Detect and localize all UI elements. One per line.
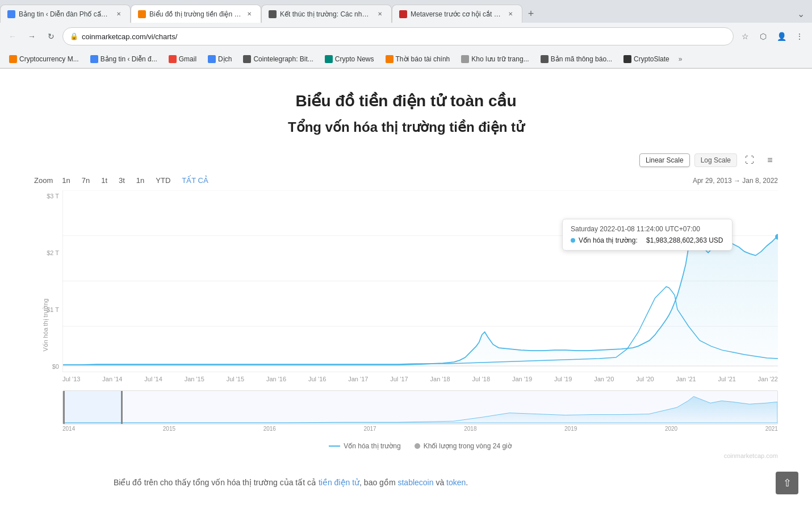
mini-chart-container[interactable] (62, 390, 778, 424)
bookmark-thoi-bao[interactable]: Thời báo tài chính (381, 54, 455, 64)
x-label-9: Jan '18 (430, 376, 450, 382)
tab-favicon-3 (269, 10, 277, 18)
forward-button[interactable]: → (24, 28, 40, 44)
tab-overflow-button[interactable]: ⌄ (794, 5, 807, 23)
browser-toolbar: ← → ↻ 🔒 coinmarketcap.com/vi/charts/ ☆ ⬡… (0, 23, 812, 50)
linear-scale-button[interactable]: Linear Scale (639, 153, 690, 167)
bookmark-favicon-9 (623, 55, 631, 63)
bookmark-label-5: Crypto News (335, 55, 374, 63)
refresh-button[interactable]: ↻ (43, 28, 59, 44)
bookmark-favicon-3 (208, 55, 216, 63)
x-label-15: Jan '21 (676, 376, 696, 382)
legend-dot-1 (415, 443, 420, 449)
zoom-7n-button[interactable]: 7n (79, 175, 92, 186)
chart-menu-button[interactable]: ≡ (762, 152, 778, 168)
tab-close-3[interactable]: ✕ (375, 10, 384, 19)
bookmark-label-6: Thời báo tài chính (396, 55, 450, 63)
x-label-17: Jan '22 (758, 376, 778, 382)
mini-x-label-1: 2015 (163, 426, 175, 432)
tab-favicon-1 (7, 10, 15, 18)
footer-text-middle: , bao gồm (359, 478, 397, 487)
extension-button[interactable]: ⬡ (755, 28, 771, 44)
page-main-title: Biểu đồ tiền điện tử toàn cầu (11, 91, 801, 110)
zoom-1n2-button[interactable]: 1n (134, 175, 147, 186)
x-axis: Jul '13 Jan '14 Jul '14 Jan '15 Jul '15 … (62, 372, 778, 386)
footer-link-stablecoin[interactable]: stablecoin (397, 478, 433, 487)
page-sub-title: Tổng vốn hóa thị trường tiền điện tử (11, 119, 801, 135)
chart-area-wrapper: $3 T $2 T $1 T $0 Vốn hóa thị trường (34, 190, 778, 459)
tab-3[interactable]: Kết thúc thị trường: Các nhà g... ✕ (261, 5, 392, 23)
bookmark-crypto-news[interactable]: Crypto News (320, 54, 379, 64)
bookmark-dich[interactable]: Dịch (203, 54, 236, 64)
mini-x-label-7: 2021 (765, 426, 778, 432)
new-tab-button[interactable]: + (522, 5, 539, 23)
bookmark-cryptoslate[interactable]: CryptoSlate (619, 54, 674, 64)
x-label-1: Jan '14 (102, 376, 122, 382)
bookmark-cointelegraph[interactable]: Cointelegraph: Bit... (238, 54, 317, 64)
bookmark-star-button[interactable]: ☆ (737, 28, 753, 44)
legend-line-0 (329, 445, 340, 447)
log-scale-button[interactable]: Log Scale (694, 153, 737, 167)
x-label-11: Jan '19 (512, 376, 532, 382)
footer-text-before: Biểu đồ trên cho thấy tổng vốn hóa thị t… (114, 478, 319, 487)
y-label-3t: $3 T (36, 193, 59, 199)
chart-legend: Vốn hóa thị trường Khối lượng trong vòng… (62, 442, 778, 450)
watermark: coinmarketcap.com (62, 452, 778, 459)
x-label-12: Jul '19 (554, 376, 572, 382)
bookmark-favicon-2 (169, 55, 177, 63)
bookmark-favicon-5 (325, 55, 333, 63)
mini-x-label-2: 2016 (263, 426, 276, 432)
legend-label-1: Khối lượng trong vòng 24 giờ (424, 442, 512, 450)
y-label-2t: $2 T (36, 249, 59, 256)
back-button[interactable]: ← (5, 28, 20, 44)
bookmark-favicon-7 (461, 55, 469, 63)
zoom-1n-button[interactable]: 1n (60, 175, 72, 186)
bookmark-bangtin[interactable]: Bảng tin ‹ Diễn đ... (86, 54, 162, 64)
scroll-top-button[interactable]: ⇧ (776, 472, 798, 494)
bookmark-label-3: Dịch (218, 55, 232, 63)
bookmark-label-2: Gmail (179, 55, 196, 63)
tab-favicon-4 (399, 10, 407, 18)
mini-x-axis: 2014 2015 2016 2017 2018 2019 2020 2021 (62, 424, 778, 433)
x-label-4: Jul '15 (227, 376, 244, 382)
bookmarks-overflow-button[interactable]: » (679, 55, 683, 63)
fullscreen-button[interactable]: ⛶ (742, 152, 757, 168)
zoom-3t-button[interactable]: 3t (116, 175, 127, 186)
bookmarks-bar: Cryptocurrency M... Bảng tin ‹ Diễn đ...… (0, 50, 812, 68)
tab-close-1[interactable]: ✕ (114, 10, 123, 19)
mini-chart-polygon (63, 397, 777, 423)
footer-link-token[interactable]: token (446, 478, 466, 487)
zoom-tatca-button[interactable]: TẤT CẢ (179, 175, 211, 186)
chart-canvas-area: Saturday 2022-01-08 11:24:00 UTC+07:00 V… (62, 190, 778, 459)
bookmark-kho-luu-tru[interactable]: Kho lưu trữ trang... (457, 54, 533, 64)
y-axis-container: $3 T $2 T $1 T $0 Vốn hóa thị trường (34, 190, 62, 459)
bookmark-gmail[interactable]: Gmail (164, 54, 201, 64)
footer-link-tien-dien-tu[interactable]: tiền điện tử (319, 478, 359, 487)
tab-2[interactable]: Biểu đồ thị trường tiền điện tử... ✕ (131, 5, 261, 23)
tab-1[interactable]: Bảng tin ‹ Diễn đàn Phố cấp B... ✕ (0, 5, 131, 23)
lock-icon: 🔒 (70, 32, 78, 40)
bookmark-label-9: CryptoSlate (634, 55, 669, 63)
menu-button[interactable]: ⋮ (792, 28, 807, 44)
bookmark-favicon-1 (90, 55, 98, 63)
x-label-7: Jan '17 (348, 376, 368, 382)
tab-title-2: Biểu đồ thị trường tiền điện tử... (149, 10, 241, 18)
tab-close-4[interactable]: ✕ (506, 10, 515, 19)
address-bar[interactable]: 🔒 coinmarketcap.com/vi/charts/ (62, 27, 734, 45)
chart-zoom-row: Zoom 1n 7n 1t 3t 1n YTD TẤT CẢ Apr 29, 2… (34, 175, 778, 186)
zoom-1t-button[interactable]: 1t (99, 175, 110, 186)
tab-close-2[interactable]: ✕ (245, 10, 254, 19)
y-label-0: $0 (36, 363, 59, 370)
zoom-ytd-button[interactable]: YTD (153, 175, 173, 186)
footer-text: Biểu đồ trên cho thấy tổng vốn hóa thị t… (0, 465, 812, 500)
x-label-13: Jan '20 (594, 376, 614, 382)
zoom-label: Zoom (34, 176, 53, 185)
bookmark-cryptocurrency-m[interactable]: Cryptocurrency M... (5, 54, 83, 64)
tab-4[interactable]: Metaverse trước cơ hội cắt cán... ✕ (392, 5, 522, 23)
mini-x-label-0: 2014 (62, 426, 75, 432)
main-chart-container: Saturday 2022-01-08 11:24:00 UTC+07:00 V… (62, 190, 778, 372)
x-label-0: Jul '13 (62, 376, 80, 382)
bookmark-ban-ma[interactable]: Bản mã thông báo... (536, 54, 617, 64)
profile-button[interactable]: 👤 (773, 28, 789, 44)
mini-x-label-3: 2017 (363, 426, 376, 432)
